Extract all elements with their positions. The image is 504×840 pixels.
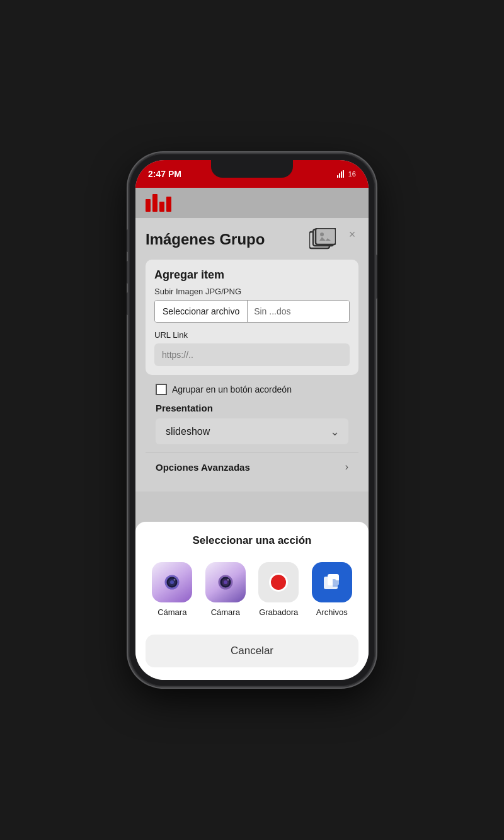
close-button[interactable]: × [343, 226, 361, 243]
svg-rect-2 [341, 171, 342, 178]
url-label: URL Link [154, 330, 350, 340]
app-logo [146, 194, 171, 212]
camera2-icon [214, 571, 237, 594]
add-item-card: Agregar item Subir Imagen JPG/PNG Selecc… [146, 260, 358, 375]
action-item-camara1[interactable]: Cámara [152, 562, 192, 617]
file-input-row: Seleccionar archivo Sin ...dos [154, 300, 350, 323]
archivos-label: Archivos [316, 607, 348, 617]
accordion-checkbox[interactable] [156, 384, 167, 395]
record-icon [269, 573, 288, 592]
camara1-label: Cámara [158, 607, 186, 617]
accordion-label: Agrupar en un botón acordeón [172, 384, 292, 394]
dialog-area: × Imágenes Grupo Agregar item Subir Imag… [135, 218, 369, 492]
svg-rect-3 [343, 170, 344, 178]
action-item-archivos[interactable]: Archivos [312, 562, 352, 617]
select-file-button[interactable]: Seleccionar archivo [155, 301, 248, 322]
wifi-icon [337, 170, 346, 178]
bar4 [166, 197, 171, 212]
cancel-button[interactable]: Cancelar [146, 635, 358, 667]
phone-device: 2:47 PM 16 × [129, 154, 375, 686]
chevron-right-icon: › [345, 461, 348, 473]
app-logo-area [135, 188, 369, 218]
presentation-select[interactable]: slideshow grid list [156, 418, 348, 444]
no-file-label: Sin ...dos [248, 301, 349, 322]
camera1-icon [161, 571, 183, 594]
svg-point-17 [227, 579, 229, 581]
camara2-icon-wrap [205, 562, 246, 602]
archivos-icon [320, 570, 344, 594]
grabadora-label: Grabadora [259, 607, 298, 617]
action-grid: Cámara Cámara [146, 562, 358, 617]
presentation-label: Presentation [156, 403, 348, 413]
upload-label: Subir Imagen JPG/PNG [154, 287, 350, 296]
camara2-label: Cámara [211, 607, 240, 617]
svg-rect-1 [339, 173, 340, 178]
bottom-sheet: Seleccionar una acción Cámara [135, 522, 369, 680]
camara1-icon-wrap [152, 562, 192, 602]
url-input[interactable] [154, 343, 350, 366]
action-item-camara2[interactable]: Cámara [205, 562, 246, 617]
svg-rect-6 [316, 228, 336, 245]
battery-icon: 16 [348, 170, 356, 178]
svg-point-7 [320, 233, 324, 236]
action-item-grabadora[interactable]: Grabadora [258, 562, 299, 617]
bar3 [159, 202, 164, 212]
advanced-label: Opciones Avanzadas [156, 462, 250, 473]
bar2 [152, 194, 158, 212]
svg-rect-0 [337, 175, 338, 178]
notch [211, 160, 293, 178]
presentation-section: Presentation slideshow grid list ⌄ [146, 403, 358, 444]
presentation-select-wrapper: slideshow grid list ⌄ [156, 418, 348, 444]
archivos-icon-wrap [312, 562, 352, 602]
dialog-title-row: Imágenes Grupo [146, 228, 358, 251]
svg-point-16 [224, 580, 227, 584]
grabadora-icon-wrap [258, 562, 299, 602]
svg-point-11 [170, 580, 174, 584]
accordion-checkbox-row[interactable]: Agrupar en un botón acordeón [156, 384, 348, 395]
dialog-title: Imágenes Grupo [146, 231, 265, 248]
status-icons: 16 [337, 170, 356, 178]
status-bar: 2:47 PM 16 [135, 160, 369, 188]
images-group-icon [309, 228, 336, 251]
status-time: 2:47 PM [148, 169, 181, 179]
add-item-title: Agregar item [154, 268, 350, 282]
advanced-options-row[interactable]: Opciones Avanzadas › [146, 452, 358, 481]
bar1 [146, 199, 151, 212]
svg-point-12 [174, 579, 176, 581]
phone-screen: 2:47 PM 16 × [135, 160, 369, 680]
bottom-sheet-title: Seleccionar una acción [146, 534, 358, 547]
